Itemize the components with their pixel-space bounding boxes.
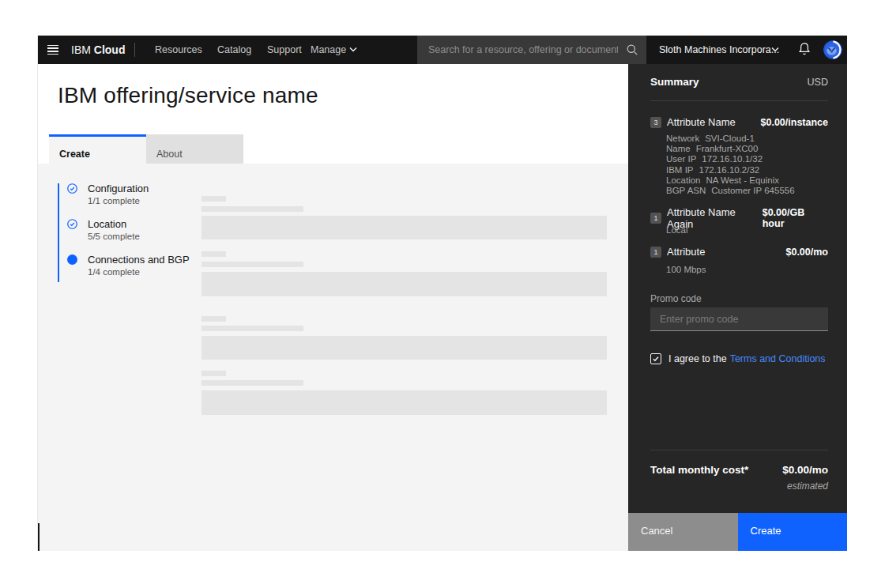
header-search	[417, 36, 646, 64]
left-edge-marker	[38, 523, 40, 551]
skeleton-field	[201, 272, 607, 296]
total-estimated-note: estimated	[650, 481, 828, 492]
item-label: Attribute Name	[667, 116, 736, 128]
summary-item: 3 Attribute Name $0.00/instance	[650, 116, 828, 128]
item-note: 100 Mbps	[666, 265, 706, 274]
skeleton-label	[201, 196, 226, 202]
notifications-button[interactable]	[796, 42, 812, 58]
nav-divider	[134, 43, 135, 57]
skeleton-label	[201, 251, 226, 257]
search-icon[interactable]	[626, 43, 638, 56]
step-complete-icon	[67, 183, 77, 194]
skeleton-field	[201, 216, 607, 239]
account-switcher[interactable]: Sloth Machines Incorpora...	[659, 36, 779, 64]
item-details: NetworkSVI-Cloud-1 NameFrankfurt-XC00 Us…	[666, 134, 795, 196]
skeleton-label	[201, 316, 226, 322]
item-note: Local	[666, 225, 688, 235]
currency-label: USD	[808, 77, 828, 88]
page-canvas: IBM Cloud Resources Catalog Support Mana…	[0, 0, 885, 588]
item-price: $0.00/instance	[761, 117, 828, 128]
nav-item-catalog[interactable]: Catalog	[217, 36, 251, 64]
cancel-button[interactable]: Cancel	[628, 513, 738, 551]
promo-code-input[interactable]	[650, 307, 828, 331]
item-price: $0.00/GB hour	[763, 207, 828, 229]
main-content: IBM offering/service name Create About C…	[38, 64, 628, 551]
chevron-down-icon[interactable]	[349, 47, 357, 52]
ibm-cloud-logo[interactable]: IBM Cloud	[71, 36, 125, 64]
terms-text: I agree to the	[668, 353, 727, 364]
step-complete-icon	[67, 219, 77, 229]
hamburger-icon	[47, 45, 58, 47]
quantity-badge: 3	[650, 117, 661, 128]
terms-and-conditions-link[interactable]: Terms and Conditions	[730, 353, 826, 364]
skeleton-field	[201, 390, 607, 415]
summary-title: Summary	[650, 76, 699, 88]
item-price: $0.00/mo	[785, 247, 828, 258]
total-value: $0.00/mo	[782, 464, 828, 476]
terms-agreement-row[interactable]: I agree to the Terms and Conditions	[650, 353, 826, 364]
top-navigation-bar: IBM Cloud Resources Catalog Support Mana…	[38, 36, 847, 64]
skeleton-text	[201, 326, 303, 331]
total-label: Total monthly cost*	[650, 464, 748, 476]
checkbox-checked-icon[interactable]	[650, 353, 661, 364]
promo-code-label: Promo code	[650, 293, 702, 304]
skeleton-field	[201, 336, 607, 360]
order-summary-panel: Summary USD 3 Attribute Name $0.00/insta…	[628, 64, 847, 551]
action-buttons: Cancel Create	[628, 513, 847, 551]
progress-step-configuration[interactable]: Configuration 1/1 complete	[67, 183, 225, 206]
chevron-down-icon[interactable]	[771, 47, 779, 52]
step-label: Configuration	[88, 183, 225, 194]
page-title: IBM offering/service name	[58, 83, 318, 108]
skeleton-text	[201, 206, 303, 212]
nav-item-manage[interactable]: Manage	[311, 36, 346, 64]
search-input[interactable]	[417, 36, 646, 64]
skeleton-label	[201, 371, 226, 376]
tab-create[interactable]: Create	[49, 134, 146, 164]
nav-item-support[interactable]: Support	[267, 36, 302, 64]
notification-bell-icon	[797, 42, 812, 56]
avatar[interactable]	[823, 40, 842, 59]
menu-toggle-button[interactable]	[47, 43, 60, 56]
quantity-badge: 1	[650, 247, 661, 258]
progress-indicator-line	[58, 183, 59, 282]
skeleton-text	[201, 380, 303, 386]
tab-bar: Create About	[49, 134, 243, 164]
summary-header: Summary USD	[650, 76, 828, 88]
divider	[650, 450, 828, 450]
total-row: Total monthly cost* $0.00/mo	[650, 464, 828, 476]
create-button[interactable]: Create	[738, 513, 848, 551]
nav-item-resources[interactable]: Resources	[155, 36, 202, 64]
step-current-icon	[67, 254, 77, 265]
quantity-badge: 1	[650, 213, 661, 224]
summary-item: 1 Attribute $0.00/mo	[650, 246, 828, 258]
divider	[650, 100, 828, 101]
app-window: IBM Cloud Resources Catalog Support Mana…	[38, 36, 847, 551]
tab-about[interactable]: About	[146, 134, 243, 164]
skeleton-text	[201, 262, 303, 267]
sloth-avatar-image	[823, 40, 842, 59]
item-label: Attribute	[667, 246, 705, 258]
